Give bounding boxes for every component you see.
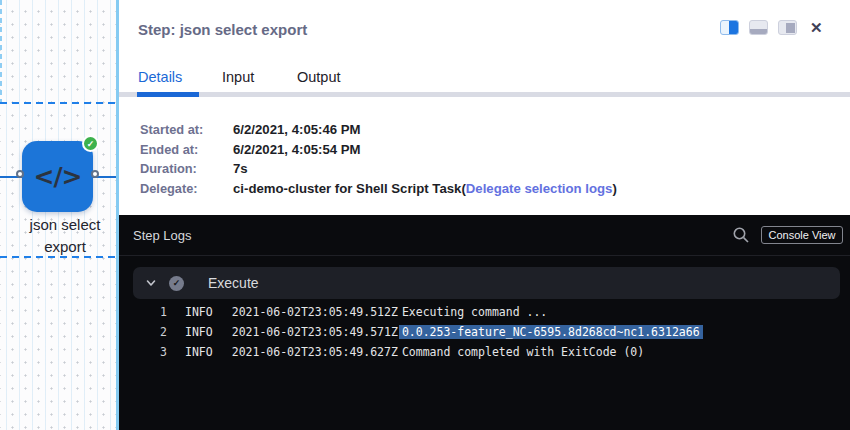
close-icon[interactable]: ✕ (810, 20, 823, 35)
detail-row-ended-at: Ended at: 6/2/2021, 4:05:54 PM (140, 140, 617, 160)
detail-label: Duration: (140, 161, 233, 176)
stage-boundary-dashed-top (0, 102, 116, 104)
log-line: 2 INFO 2021-06-02T23:05:49.571Z 0.0.253-… (119, 322, 850, 342)
section-success-check-icon: ✓ (169, 276, 184, 291)
stage-boundary-dashed-vertical (0, 0, 2, 102)
log-message: Executing command ... (402, 305, 547, 319)
log-lines[interactable]: 1 INFO 2021-06-02T23:05:49.512Z Executin… (119, 302, 850, 362)
console-view-button[interactable]: Console View (761, 226, 843, 244)
log-timestamp: 2021-06-02T23:05:49.512Z (232, 305, 398, 319)
chevron-down-icon[interactable] (145, 277, 157, 289)
step-logs-header: Step Logs Console View (119, 215, 850, 256)
log-line-number: 2 (119, 325, 167, 339)
log-section-execute[interactable]: ✓ Execute (133, 267, 840, 299)
detail-value: 6/2/2021, 4:05:54 PM (233, 142, 361, 157)
split-view-icon[interactable] (720, 20, 739, 35)
detail-value: 7s (233, 161, 248, 176)
detail-label: Started at: (140, 122, 233, 137)
tab-input[interactable]: Input (222, 69, 254, 85)
node-output-port[interactable] (91, 170, 99, 178)
step-detail-white-area: Step: json select export ✕ Details Input… (119, 0, 850, 215)
log-section-label: Execute (208, 275, 259, 291)
log-line: 3 INFO 2021-06-02T23:05:49.627Z Command … (119, 342, 850, 362)
delegate-value-suffix: ) (612, 181, 616, 196)
code-icon: </> (33, 162, 81, 191)
panel-title: Step: json select export (138, 21, 307, 38)
bottom-panel-view-icon[interactable] (749, 20, 768, 35)
log-line: 1 INFO 2021-06-02T23:05:49.512Z Executin… (119, 302, 850, 322)
log-level: INFO (185, 325, 213, 339)
delegate-value-prefix: ci-demo-cluster for Shell Script Task( (233, 181, 466, 196)
detail-row-duration: Duration: 7s (140, 159, 617, 179)
detail-value: 6/2/2021, 4:05:46 PM (233, 122, 361, 137)
detail-label: Delegate: (140, 181, 233, 196)
step-node-json-select-export[interactable]: </> ✓ (22, 141, 93, 212)
success-check-badge-icon: ✓ (82, 135, 99, 152)
panel-layout-controls: ✕ (720, 20, 823, 35)
detail-value: ci-demo-cluster for Shell Script Task(De… (233, 181, 617, 196)
details-table: Started at: 6/2/2021, 4:05:46 PM Ended a… (140, 120, 617, 198)
tab-output[interactable]: Output (297, 69, 341, 85)
step-logs-panel: Step Logs Console View ✓ Execute 1 INFO … (119, 215, 850, 430)
step-logs-title: Step Logs (133, 228, 192, 243)
tabbar-active-indicator (137, 92, 199, 97)
delegate-selection-logs-link[interactable]: Delegate selection logs (466, 181, 613, 196)
pipeline-canvas[interactable]: </> ✓ json select export (0, 0, 116, 430)
log-level: INFO (185, 305, 213, 319)
log-timestamp: 2021-06-02T23:05:49.627Z (232, 345, 398, 359)
right-panel-view-icon[interactable] (778, 20, 797, 35)
detail-row-started-at: Started at: 6/2/2021, 4:05:46 PM (140, 120, 617, 140)
log-line-number: 1 (119, 305, 167, 319)
search-icon[interactable] (732, 226, 750, 244)
tab-details[interactable]: Details (138, 69, 182, 85)
log-message-selected: 0.0.253-feature_NC-6595.8d268cd~nc1.6312… (399, 325, 703, 339)
log-timestamp: 2021-06-02T23:05:49.571Z (232, 325, 398, 339)
step-detail-panel: Step: json select export ✕ Details Input… (119, 0, 850, 430)
tabbar-track (119, 92, 850, 97)
step-node-label: json select export (20, 214, 110, 258)
log-level: INFO (185, 345, 213, 359)
detail-row-delegate: Delegate: ci-demo-cluster for Shell Scri… (140, 179, 617, 199)
log-line-number: 3 (119, 345, 167, 359)
detail-label: Ended at: (140, 142, 233, 157)
node-input-port[interactable] (16, 170, 24, 178)
log-message: Command completed with ExitCode (0) (402, 345, 644, 359)
